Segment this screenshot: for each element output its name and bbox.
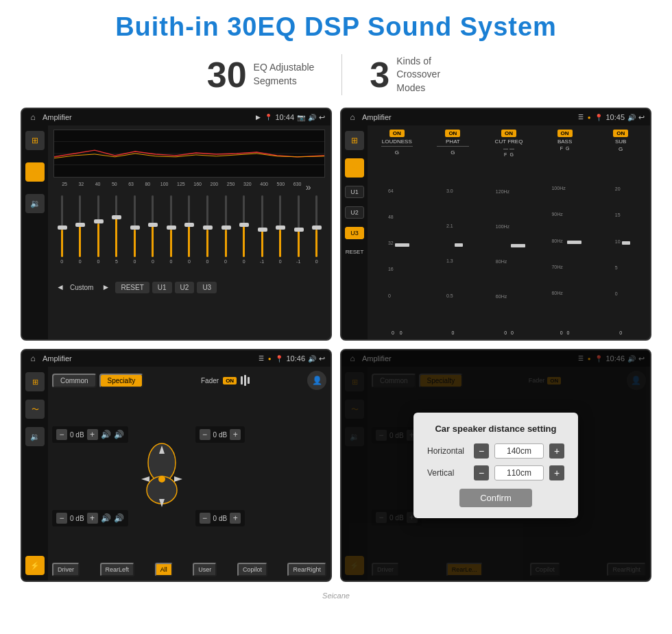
eq-slider-13[interactable]: -1 [290, 195, 307, 278]
eq-u1-btn[interactable]: U1 [152, 282, 172, 293]
status-bar-1: ⌂ Amplifier ▶ 📍 10:44 📷 🔊 ↩ [22, 109, 331, 125]
dot-icon-2: ● [588, 114, 591, 121]
cross-reset-btn[interactable]: RESET [346, 247, 364, 256]
eq-slider-14[interactable]: 0 [308, 195, 325, 278]
cross-module-cutfreq: ON CUT FREQ — — FG 120Hz100Hz80Hz60Hz [482, 130, 536, 335]
pin-icon-2: 📍 [595, 114, 603, 121]
eq-btn-equalizer[interactable]: ⊞ [25, 131, 45, 150]
eq-slider-2[interactable]: 0 [90, 195, 107, 278]
preset-user[interactable]: User [193, 563, 217, 576]
eq-slider-0[interactable]: 0 [53, 195, 71, 278]
bass-on-badge[interactable]: ON [557, 130, 573, 137]
eq-sidebar: ⊞ 〜 🔉 [22, 125, 48, 339]
home-icon-3[interactable]: ⌂ [27, 353, 38, 364]
bass-slider-area: 100Hz90Hz80Hz70Hz60Hz [551, 152, 577, 329]
cross-preset-u1[interactable]: U1 [345, 186, 364, 198]
screen-distance: ⌂ Amplifier ☰ ● 📍 10:46 🔊 ↩ ⊞ 〜 🔉 ⚡ [340, 349, 651, 582]
volume-icon-1: 🔊 [308, 114, 316, 121]
spec-preset-bottom: Driver RearLeft All User Copilot RearRig… [52, 563, 326, 576]
tab-specialty[interactable]: Specialty [99, 374, 144, 388]
sub-on-badge[interactable]: ON [613, 130, 628, 137]
eq-slider-6[interactable]: 0 [163, 195, 180, 278]
svg-marker-10 [141, 476, 149, 482]
confirm-button[interactable]: Confirm [459, 489, 532, 507]
speaker-icon-l2: 🔊 [101, 513, 111, 523]
cross-sidebar: ⊞ 〜 U1 U2 U3 RESET [341, 125, 368, 339]
eq-slider-11[interactable]: -1 [254, 195, 271, 278]
eq-bottom: ◄ Custom ► RESET U1 U2 U3 [53, 278, 325, 297]
eq-next-btn[interactable]: ► [99, 280, 112, 294]
preset-driver[interactable]: Driver [52, 563, 80, 576]
eq-slider-10[interactable]: 0 [235, 195, 252, 278]
page-title: Buith-in 30EQ DSP Sound System [0, 0, 672, 49]
left1-minus[interactable]: − [56, 429, 67, 440]
user-avatar-3[interactable]: 👤 [307, 371, 326, 390]
eq-slider-8[interactable]: 0 [199, 195, 216, 278]
eq-slider-5[interactable]: 0 [145, 195, 162, 278]
eq-btn-volume[interactable]: 🔉 [25, 194, 45, 213]
sub-slider-area: 20151050 [615, 154, 627, 329]
fader-on-badge[interactable]: ON [223, 377, 237, 385]
loudness-on-badge[interactable]: ON [389, 130, 405, 137]
eq-u2-btn[interactable]: U2 [175, 282, 195, 293]
spec-btn-bluetooth[interactable]: ⚡ [25, 556, 45, 575]
eq-slider-7[interactable]: 0 [181, 195, 198, 278]
eq-reset-btn[interactable]: RESET [115, 282, 149, 293]
right1-plus[interactable]: + [230, 429, 241, 440]
status-time-1: 10:44 [275, 113, 294, 121]
left-db-row-2: − 0 dB + 🔊 🔊 [52, 510, 128, 526]
right2-minus[interactable]: − [200, 513, 211, 524]
speaker-icon-l1b: 🔊 [114, 430, 124, 439]
spec-tabs: Common Specialty [52, 374, 143, 388]
spec-btn-eq[interactable]: ⊞ [25, 372, 45, 391]
cutfreq-on-badge[interactable]: ON [501, 130, 516, 137]
left1-plus[interactable]: + [87, 429, 98, 440]
eq-content: 25 32 40 50 63 80 100 125 160 200 250 32… [48, 125, 331, 339]
status-icons-1: 📍 10:44 📷 🔊 ↩ [265, 113, 325, 122]
speaker-icon-l2b: 🔊 [114, 513, 124, 523]
eq-prev-btn[interactable]: ◄ [53, 280, 67, 294]
vertical-plus[interactable]: + [549, 465, 564, 480]
vertical-value: 110cm [494, 465, 544, 480]
left2-plus[interactable]: + [87, 513, 98, 524]
eq-btn-wave[interactable]: 〜 [25, 162, 45, 182]
back-icon-3[interactable]: ↩ [319, 354, 325, 363]
eq-u3-btn[interactable]: U3 [197, 282, 217, 293]
preset-all[interactable]: All [155, 563, 173, 576]
tab-common[interactable]: Common [52, 374, 97, 388]
eq-slider-9[interactable]: 0 [217, 195, 235, 278]
home-icon-2[interactable]: ⌂ [347, 112, 358, 123]
vertical-minus[interactable]: − [474, 465, 489, 480]
screen3-title: Amplifier [43, 354, 254, 363]
preset-rearright[interactable]: RearRight [287, 563, 326, 576]
spec-btn-wave[interactable]: 〜 [25, 400, 45, 419]
preset-rearleft[interactable]: RearLeft [100, 563, 135, 576]
right1-minus[interactable]: − [200, 429, 211, 440]
home-icon-1[interactable]: ⌂ [27, 112, 38, 123]
back-icon-1[interactable]: ↩ [319, 113, 325, 122]
eq-slider-1[interactable]: 0 [72, 195, 89, 278]
screen-crossover: ⌂ Amplifier ☰ ● 📍 10:45 🔊 ↩ ⊞ 〜 U1 U2 U3… [340, 108, 651, 341]
cross-btn-wave[interactable]: 〜 [345, 158, 364, 178]
spec-btn-vol[interactable]: 🔉 [25, 427, 45, 446]
cross-preset-u2[interactable]: U2 [345, 206, 364, 219]
eq-slider-4[interactable]: 0 [126, 195, 143, 278]
preset-copilot[interactable]: Copilot [237, 563, 267, 576]
eq-slider-12[interactable]: 0 [272, 195, 289, 278]
screen1-title: Amplifier [43, 113, 252, 121]
horizontal-minus[interactable]: − [474, 443, 489, 459]
back-icon-2[interactable]: ↩ [638, 113, 645, 122]
phat-on-badge[interactable]: ON [445, 130, 460, 137]
svg-marker-11 [174, 476, 182, 482]
speaker-layout: − 0 dB + 🔊 🔊 − 0 dB + 🔊 🔊 [52, 394, 326, 559]
menu-icon-3: ☰ [259, 355, 264, 362]
right2-plus[interactable]: + [230, 513, 241, 524]
status-time-2: 10:45 [605, 113, 625, 121]
eq-slider-3[interactable]: 5 [108, 195, 125, 278]
status-bar-3: ⌂ Amplifier ☰ ● 📍 10:46 🔊 ↩ [22, 350, 331, 367]
cross-btn-eq[interactable]: ⊞ [345, 131, 364, 150]
horizontal-plus[interactable]: + [549, 443, 564, 459]
cross-preset-u3[interactable]: U3 [345, 227, 364, 239]
distance-dialog: Car speaker distance setting Horizontal … [413, 413, 578, 518]
left2-minus[interactable]: − [56, 513, 67, 524]
